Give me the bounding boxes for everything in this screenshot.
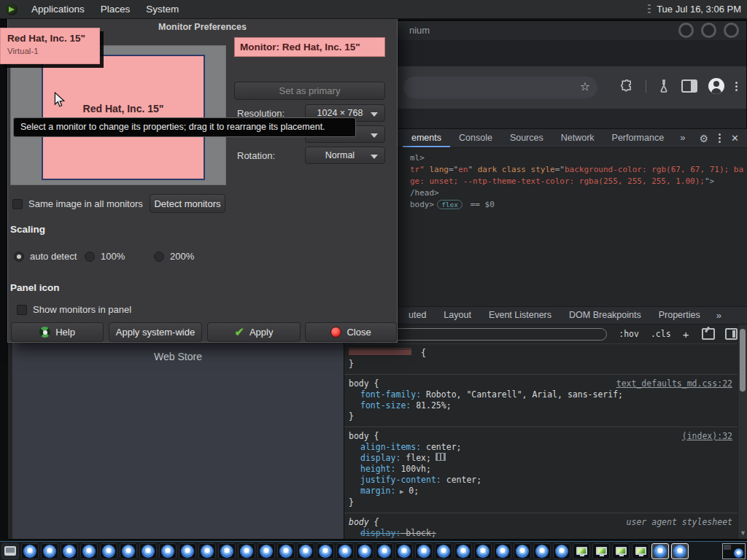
taskbar-window-chromium[interactable] [454,543,472,559]
taskbar-window-chromium[interactable] [100,543,117,559]
scrollbar-thumb[interactable] [740,329,746,392]
taskbar-window-chromium[interactable] [514,543,531,559]
taskbar-window-monitor-preferences[interactable] [592,543,610,559]
panel-dock-icon[interactable] [725,328,738,340]
devtools-subtab-dom-breakpoints[interactable]: DOM Breakpoints [560,307,650,324]
detect-monitors-button[interactable]: Detect monitors [150,194,225,213]
more-subtabs-button[interactable]: » [709,307,729,324]
css-rule-header[interactable]: body {user agent stylesheet [349,517,734,528]
apply-system-wide-button[interactable]: Apply system-wide [109,322,202,342]
stylesheet-link[interactable]: user agent stylesheet [627,517,732,528]
css-declaration[interactable]: justify-content: center; [349,475,734,486]
close-button[interactable]: Close [305,322,397,342]
taskbar-window-chromium[interactable] [297,543,314,559]
menu-system[interactable]: System [138,0,187,18]
clock[interactable]: Tue Jul 16, 3:06 PM [657,4,741,15]
scroll-down-arrow-icon[interactable]: ▼ [740,529,746,537]
page-heading[interactable]: Web Store [12,351,344,362]
taskbar-window-chromium[interactable] [159,543,177,559]
devtools-subtab-properties[interactable]: Properties [650,307,709,324]
taskbar-window-chromium[interactable] [80,543,98,559]
radio-auto-detect[interactable]: auto detect [14,251,77,262]
show-monitors-checkbox[interactable] [17,305,27,315]
radio-100-circle[interactable] [85,252,95,262]
devtools-tab-console[interactable]: Console [450,129,501,147]
taskbar-window-chromium[interactable] [435,543,452,559]
more-tabs-button[interactable]: » [673,129,692,147]
show-desktop-button[interactable] [1,543,19,559]
taskbar-window-chromium[interactable] [474,543,492,559]
code-line[interactable]: tr" lang="en" dark class style="backgrou… [410,164,747,176]
taskbar-window-chromium[interactable] [218,543,236,559]
devtools-close-icon[interactable]: ✕ [731,133,739,144]
css-declaration[interactable]: font-size: 81.25%; [349,400,734,411]
taskbar-window-chromium[interactable] [41,543,58,559]
rotation-dropdown[interactable]: Normal [305,147,385,164]
taskbar-window-chromium[interactable] [317,543,334,559]
cls-toggle[interactable]: .cls [651,329,671,339]
css-declaration[interactable]: margin: ▶ 0; [349,486,734,497]
css-rule-header[interactable]: body {(index):32 [349,431,734,442]
menu-applications[interactable]: Applications [23,0,93,18]
flex-badge[interactable]: flex [437,200,462,209]
taskbar-window-chromium-active[interactable] [651,543,669,559]
devtools-subtab-uted[interactable]: uted [400,307,435,324]
help-button[interactable]: Help [11,322,104,342]
taskbar-window-chromium[interactable] [258,543,275,559]
devtools-tab-performance[interactable]: Performance [603,129,673,147]
taskbar-window-chromium[interactable] [198,543,216,559]
bookmark-star-icon[interactable]: ☆ [580,79,590,93]
show-monitors-checkbox-row[interactable]: Show monitors in panel [17,304,131,315]
flex-editor-icon[interactable] [436,453,446,461]
address-bar[interactable]: ☆ [403,77,597,98]
taskbar-window-chromium[interactable] [139,543,157,559]
css-declaration[interactable]: display: block; [349,528,734,539]
stylesheet-link[interactable]: text_defaults_md.css:22 [616,378,732,389]
css-declaration[interactable]: display: flex; [349,453,734,464]
same-image-checkbox[interactable] [12,199,23,209]
css-declaration[interactable]: align-items: center; [349,442,734,453]
new-style-rule-button[interactable]: + [683,328,689,341]
paint-format-icon[interactable] [702,328,714,340]
apply-button[interactable]: ✔ Apply [207,322,301,342]
css-rule-header[interactable]: { [349,348,734,359]
taskbar-window-chromium[interactable] [336,543,354,559]
taskbar-window-chromium[interactable] [120,543,137,559]
taskbar-window-chromium[interactable] [553,543,570,559]
extensions-puzzle-icon[interactable] [620,79,635,93]
taskbar-window-chromium[interactable] [376,543,393,559]
taskbar-window-chromium[interactable] [395,543,413,559]
distro-menu-icon[interactable] [6,4,18,15]
notification-indicator-icon[interactable] [648,4,651,15]
code-line[interactable]: ge: unset; --ntp-theme-text-color: rgba(… [410,176,747,187]
code-line[interactable]: body>flex == $0 [410,199,747,211]
radio-200-circle[interactable] [154,252,164,262]
taskbar-window-monitor-preferences[interactable] [612,543,630,559]
radio-100[interactable]: 100% [85,251,125,262]
taskbar-window-chromium[interactable] [21,543,39,559]
taskbar-window-chromium[interactable] [61,543,78,559]
taskbar-window-chromium[interactable] [277,543,295,559]
taskbar-window-chromium[interactable] [494,543,511,559]
side-panel-icon[interactable] [681,79,697,93]
css-declaration[interactable]: height: 100vh; [349,464,734,475]
taskbar-window-chromium[interactable] [179,543,196,559]
css-rule-header[interactable]: body {text_defaults_md.css:22 [349,378,734,389]
styles-scrollbar[interactable]: ▼ [738,324,747,539]
devtools-subtab-layout[interactable]: Layout [435,307,480,324]
devtools-subtab-event-listeners[interactable]: Event Listeners [480,307,560,324]
radio-200[interactable]: 200% [154,251,194,262]
taskbar-window-chromium[interactable] [238,543,255,559]
taskbar-window-chromium[interactable] [415,543,433,559]
stylesheet-link[interactable]: (index):32 [682,431,732,442]
radio-auto-detect-circle[interactable] [14,252,24,262]
maximize-button[interactable] [701,23,716,38]
settings-gear-icon[interactable]: ⚙ [700,133,709,144]
minimize-button[interactable] [678,23,694,38]
browser-menu-kebab-icon[interactable] [735,82,738,91]
workspace-cell[interactable] [724,545,731,550]
elements-tree[interactable]: ml>tr" lang="en" dark class style="backg… [344,148,747,306]
taskbar-window-chromium[interactable] [533,543,551,559]
code-line[interactable]: /head> [410,187,747,199]
taskbar-window-chromium[interactable] [356,543,374,559]
